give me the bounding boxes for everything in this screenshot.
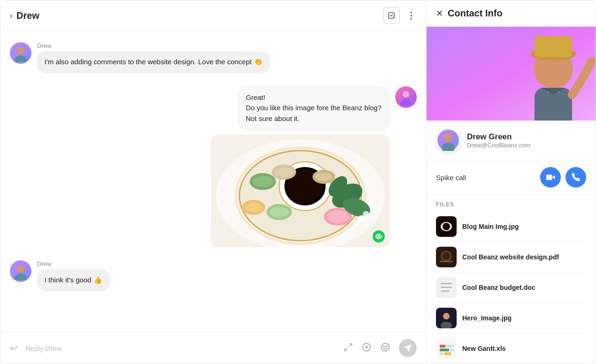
send-button[interactable] <box>399 339 417 357</box>
file-item-5[interactable]: New Gantt.xls <box>436 334 586 364</box>
svg-point-21 <box>269 207 289 217</box>
svg-point-34 <box>15 273 27 280</box>
file-thumb-svg-3 <box>436 277 457 298</box>
reply-icon: ↩ <box>10 342 18 354</box>
svg-point-43 <box>386 346 387 347</box>
spike-call-row: Spike call <box>427 160 596 195</box>
file-thumb-svg-4 <box>436 308 457 328</box>
emoji-button[interactable] <box>380 342 390 355</box>
svg-point-32 <box>378 235 380 237</box>
svg-rect-77 <box>440 352 443 355</box>
messages-area: Drew I'm also adding comments to the web… <box>0 31 426 332</box>
svg-line-37 <box>345 348 348 350</box>
svg-point-53 <box>444 134 452 142</box>
contact-info-title: Contact Info <box>448 8 503 19</box>
svg-rect-3 <box>17 50 24 53</box>
file-thumbnail-5 <box>436 338 457 359</box>
file-item-2[interactable]: Cool Beanz website design.pdf <box>436 242 586 273</box>
chat-header-left: ‹ Drew <box>10 10 378 21</box>
file-thumbnail-4 <box>436 308 457 328</box>
reply-actions <box>344 339 417 357</box>
file-name-2: Cool Beanz website design.pdf <box>462 253 559 261</box>
drew-avatar-icon-2 <box>12 262 30 280</box>
svg-point-5 <box>400 99 412 106</box>
reply-input[interactable]: Reply Drew <box>25 344 336 352</box>
svg-point-28 <box>363 211 369 218</box>
phone-icon <box>571 173 581 182</box>
video-icon <box>546 173 555 182</box>
svg-rect-64 <box>440 261 453 262</box>
chat-panel: ‹ Drew ⋮ Drew <box>0 0 427 364</box>
check-icon <box>388 12 395 19</box>
drew-avatar-icon <box>12 44 30 62</box>
file-item[interactable]: Blog Main Img.jpg <box>436 212 586 242</box>
svg-point-15 <box>252 176 273 187</box>
contact-hero-image <box>427 27 596 121</box>
svg-point-52 <box>588 57 596 64</box>
svg-point-2 <box>15 55 27 62</box>
file-item-3[interactable]: Cool Beanz budget.doc <box>436 273 586 303</box>
files-section: FILES Blog Main Img.jpg <box>427 195 596 364</box>
avatar-2 <box>10 260 31 282</box>
contact-info-text: Drew Green Drew@CoolBeanz.com <box>467 132 586 149</box>
add-button[interactable] <box>361 342 372 355</box>
contact-email: Drew@CoolBeanz.com <box>467 142 586 149</box>
expand-button[interactable] <box>344 342 353 354</box>
checkmark-button[interactable] <box>383 7 400 24</box>
svg-marker-45 <box>405 345 411 351</box>
file-thumbnail-2 <box>436 247 457 267</box>
svg-point-17 <box>275 167 293 177</box>
svg-rect-56 <box>546 174 552 180</box>
file-thumb-svg-2 <box>436 247 457 267</box>
green-status-icon <box>373 230 385 243</box>
call-buttons <box>540 167 586 188</box>
svg-point-19 <box>327 211 349 223</box>
file-thumb-svg-5 <box>436 338 457 359</box>
contact-avatar <box>436 128 460 152</box>
more-options-button[interactable]: ⋮ <box>406 10 417 21</box>
file-item-4[interactable]: Hero_Image.jpg <box>436 303 586 334</box>
hero-svg <box>427 27 596 121</box>
svg-rect-51 <box>535 36 572 57</box>
phone-call-button[interactable] <box>565 167 586 188</box>
message-row: Drew I'm also adding comments to the web… <box>10 42 417 73</box>
avatar <box>10 42 31 64</box>
svg-marker-55 <box>552 175 555 179</box>
svg-rect-78 <box>444 352 451 355</box>
food-image-svg <box>211 135 390 247</box>
my-avatar-icon <box>397 89 414 106</box>
expand-icon <box>344 342 353 352</box>
video-call-button[interactable] <box>540 167 561 188</box>
emoji-icon <box>380 342 390 352</box>
svg-point-60 <box>443 223 450 230</box>
contact-name: Drew Green <box>467 132 586 142</box>
back-button[interactable]: ‹ <box>10 11 13 21</box>
svg-rect-76 <box>450 349 454 351</box>
file-thumbnail <box>436 216 457 237</box>
message-row-outgoing: Great!Do you like this image fore the Be… <box>10 86 417 248</box>
svg-rect-68 <box>441 290 449 292</box>
plus-circle-icon <box>361 342 372 352</box>
file-name: Blog Main Img.jpg <box>462 223 519 230</box>
svg-point-31 <box>245 203 262 212</box>
close-button[interactable]: ✕ <box>436 8 443 19</box>
spike-call-label: Spike call <box>436 174 466 182</box>
files-section-title: FILES <box>436 195 586 212</box>
file-thumb-svg <box>436 216 457 237</box>
image-attachment <box>211 135 390 247</box>
svg-rect-75 <box>440 349 449 351</box>
svg-point-41 <box>382 343 390 351</box>
file-name-4: Hero_Image.jpg <box>462 314 512 322</box>
message-bubble-2: I think it's good 👍 <box>37 269 110 291</box>
svg-rect-35 <box>17 268 24 272</box>
svg-point-23 <box>315 173 332 181</box>
message-row-2: Drew I think it's good 👍 <box>10 260 417 291</box>
svg-point-29 <box>354 221 359 227</box>
file-name-3: Cool Beanz budget.doc <box>462 284 535 291</box>
message-content: Drew I'm also adding comments to the web… <box>37 42 270 73</box>
eye-icon <box>375 233 382 240</box>
svg-point-70 <box>443 313 450 319</box>
file-thumbnail-3 <box>436 277 457 298</box>
file-name-5: New Gantt.xls <box>462 345 506 352</box>
message-content-2: Drew I think it's good 👍 <box>37 260 110 291</box>
